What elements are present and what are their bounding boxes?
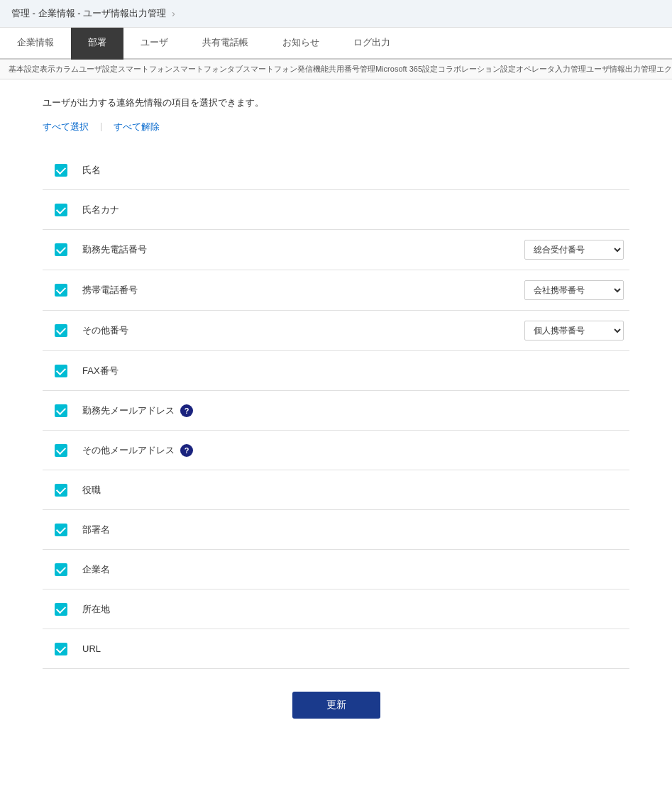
checkbox-cell-company bbox=[48, 563, 74, 576]
field-row-url: URL bbox=[43, 629, 629, 669]
tab-user[interactable]: ユーザ bbox=[123, 28, 185, 60]
field-label-full-name: 氏名 bbox=[74, 164, 624, 177]
tab-notice[interactable]: お知らせ bbox=[265, 28, 336, 60]
field-row-work-phone: 勤務先電話番号総合受付番号直通番号その他 bbox=[43, 230, 629, 270]
field-row-fax: FAX番号 bbox=[43, 351, 629, 391]
checkbox-cell-full-name bbox=[48, 164, 74, 177]
fields-container: 氏名氏名カナ勤務先電話番号総合受付番号直通番号その他携帯電話番号会社携帯番号個人… bbox=[43, 150, 629, 669]
checkbox-cell-department bbox=[48, 524, 74, 536]
deselect-all-link[interactable]: すべて解除 bbox=[114, 121, 160, 133]
field-label-mobile-phone: 携帯電話番号 bbox=[74, 284, 524, 297]
checkbox-cell-full-name-kana bbox=[48, 204, 74, 216]
field-row-job-title: 役職 bbox=[43, 470, 629, 510]
label-text-work-phone: 勤務先電話番号 bbox=[82, 244, 147, 255]
label-text-fax: FAX番号 bbox=[82, 365, 119, 376]
field-row-full-name-kana: 氏名カナ bbox=[43, 190, 629, 230]
subnav-text: 基本設定表示カラムユーザ設定スマートフォンスマートフォンタブスマートフォン発信機… bbox=[9, 65, 672, 73]
label-text-other-number: その他番号 bbox=[82, 325, 128, 336]
field-label-full-name-kana: 氏名カナ bbox=[74, 204, 624, 216]
label-text-other-email: その他メールアドレス bbox=[82, 445, 175, 455]
field-label-company: 企業名 bbox=[74, 563, 624, 576]
tab-department[interactable]: 部署 bbox=[71, 28, 123, 60]
checkbox-full-name-kana[interactable] bbox=[55, 204, 67, 216]
checkbox-other-number[interactable] bbox=[55, 324, 67, 337]
page-wrapper: 管理 - 企業情報 - ユーザ情報出力管理 › 企業情報 部署 ユーザ 共有電話… bbox=[0, 0, 672, 753]
checkbox-cell-location bbox=[48, 603, 74, 616]
checkbox-full-name[interactable] bbox=[55, 164, 67, 177]
field-row-location: 所在地 bbox=[43, 590, 629, 629]
label-text-job-title: 役職 bbox=[82, 485, 101, 495]
field-label-other-email: その他メールアドレス? bbox=[74, 444, 624, 457]
field-row-company: 企業名 bbox=[43, 550, 629, 590]
checkbox-cell-work-phone bbox=[48, 243, 74, 256]
checkbox-work-phone[interactable] bbox=[55, 243, 67, 256]
breadcrumb-arrow: › bbox=[172, 8, 175, 19]
tab-shared-phonebook[interactable]: 共有電話帳 bbox=[185, 28, 265, 60]
field-label-fax: FAX番号 bbox=[74, 365, 624, 377]
field-label-department: 部署名 bbox=[74, 524, 624, 536]
select-mobile-phone[interactable]: 会社携帯番号個人携帯番号その他 bbox=[524, 280, 624, 300]
checkbox-company[interactable] bbox=[55, 563, 67, 576]
tab-company[interactable]: 企業情報 bbox=[0, 28, 71, 60]
checkbox-cell-other-email bbox=[48, 444, 74, 457]
select-other-number[interactable]: 個人携帯番号会社携帯番号その他 bbox=[524, 321, 624, 341]
field-row-other-number: その他番号個人携帯番号会社携帯番号その他 bbox=[43, 311, 629, 351]
field-label-work-phone: 勤務先電話番号 bbox=[74, 243, 524, 256]
checkbox-work-email[interactable] bbox=[55, 404, 67, 417]
label-text-full-name: 氏名 bbox=[82, 165, 101, 175]
checkbox-location[interactable] bbox=[55, 603, 67, 616]
label-text-location: 所在地 bbox=[82, 604, 110, 614]
breadcrumb: 管理 - 企業情報 - ユーザ情報出力管理 › bbox=[0, 0, 672, 28]
help-icon-work-email[interactable]: ? bbox=[180, 404, 193, 417]
label-text-full-name-kana: 氏名カナ bbox=[82, 204, 119, 215]
checkbox-fax[interactable] bbox=[55, 365, 67, 377]
tab-navigation: 企業情報 部署 ユーザ 共有電話帳 お知らせ ログ出力 bbox=[0, 28, 672, 60]
subnav-bar: 基本設定表示カラムユーザ設定スマートフォンスマートフォンタブスマートフォン発信機… bbox=[0, 60, 672, 79]
checkbox-cell-fax bbox=[48, 365, 74, 377]
update-button[interactable]: 更新 bbox=[292, 692, 380, 719]
checkbox-department[interactable] bbox=[55, 524, 67, 536]
field-label-location: 所在地 bbox=[74, 603, 624, 616]
label-text-company: 企業名 bbox=[82, 564, 110, 575]
select-cell-work-phone: 総合受付番号直通番号その他 bbox=[524, 240, 624, 260]
checkbox-cell-work-email bbox=[48, 404, 74, 417]
breadcrumb-text: 管理 - 企業情報 - ユーザ情報出力管理 bbox=[11, 7, 166, 20]
field-row-mobile-phone: 携帯電話番号会社携帯番号個人携帯番号その他 bbox=[43, 270, 629, 311]
main-content: ユーザが出力する連絡先情報の項目を選択できます。 すべて選択 | すべて解除 氏… bbox=[0, 79, 672, 753]
checkbox-cell-mobile-phone bbox=[48, 284, 74, 297]
tab-log-output[interactable]: ログ出力 bbox=[336, 28, 407, 60]
field-label-url: URL bbox=[74, 643, 624, 654]
checkbox-cell-job-title bbox=[48, 484, 74, 497]
select-all-link[interactable]: すべて選択 bbox=[43, 121, 89, 133]
field-label-other-number: その他番号 bbox=[74, 324, 524, 337]
link-separator: | bbox=[100, 121, 102, 133]
label-text-mobile-phone: 携帯電話番号 bbox=[82, 284, 138, 295]
action-links: すべて選択 | すべて解除 bbox=[43, 121, 629, 133]
bottom-section: 更新 bbox=[43, 669, 629, 736]
help-icon-other-email[interactable]: ? bbox=[180, 444, 193, 457]
checkbox-url[interactable] bbox=[55, 643, 67, 655]
checkbox-cell-url bbox=[48, 643, 74, 655]
field-row-department: 部署名 bbox=[43, 510, 629, 550]
page-description: ユーザが出力する連絡先情報の項目を選択できます。 bbox=[43, 96, 629, 109]
checkbox-other-email[interactable] bbox=[55, 444, 67, 457]
label-text-work-email: 勤務先メールアドレス bbox=[82, 405, 175, 416]
field-row-other-email: その他メールアドレス? bbox=[43, 431, 629, 470]
checkbox-job-title[interactable] bbox=[55, 484, 67, 497]
field-label-work-email: 勤務先メールアドレス? bbox=[74, 404, 624, 417]
label-text-url: URL bbox=[82, 643, 101, 654]
label-text-department: 部署名 bbox=[82, 524, 110, 535]
field-row-work-email: 勤務先メールアドレス? bbox=[43, 391, 629, 431]
field-row-full-name: 氏名 bbox=[43, 150, 629, 190]
select-work-phone[interactable]: 総合受付番号直通番号その他 bbox=[524, 240, 624, 260]
field-label-job-title: 役職 bbox=[74, 484, 624, 497]
select-cell-other-number: 個人携帯番号会社携帯番号その他 bbox=[524, 321, 624, 341]
select-cell-mobile-phone: 会社携帯番号個人携帯番号その他 bbox=[524, 280, 624, 300]
checkbox-mobile-phone[interactable] bbox=[55, 284, 67, 297]
checkbox-cell-other-number bbox=[48, 324, 74, 337]
